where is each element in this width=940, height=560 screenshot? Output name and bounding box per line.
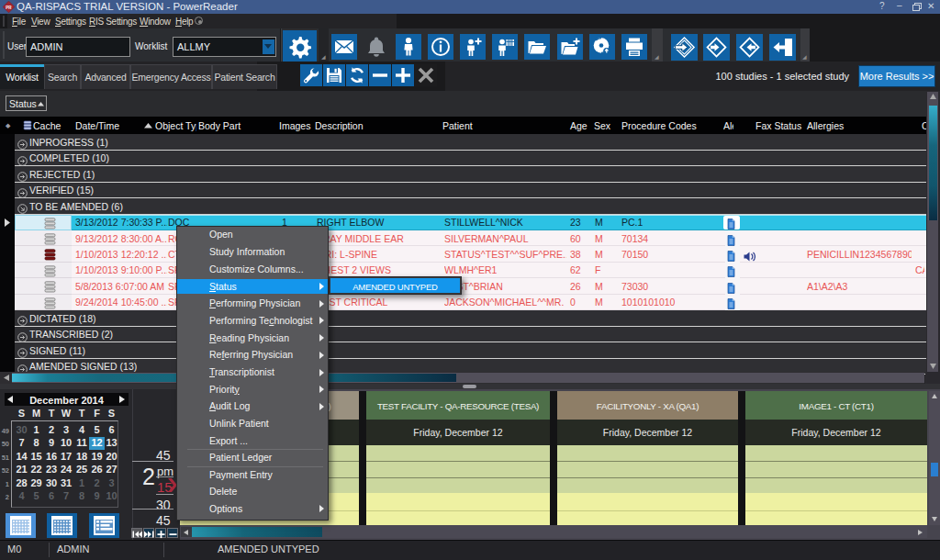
svg-text:PR: PR [6, 6, 12, 10]
